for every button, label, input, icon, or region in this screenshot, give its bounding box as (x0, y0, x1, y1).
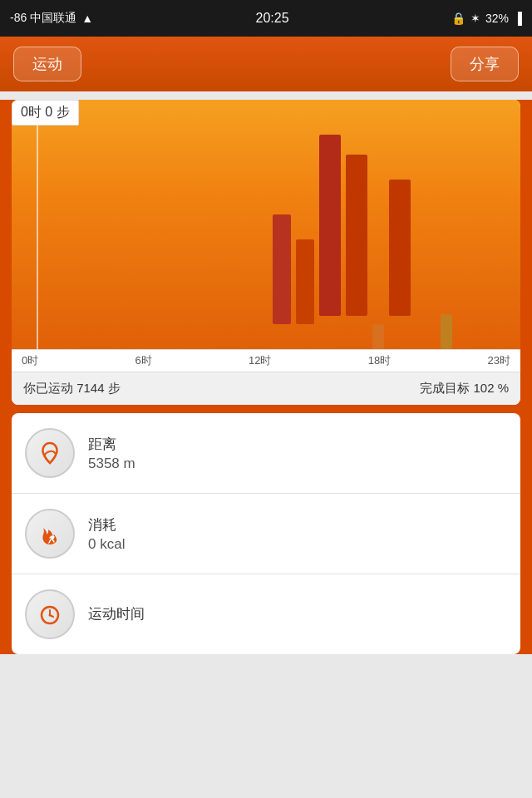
chart-svg (12, 100, 520, 349)
svg-rect-2 (319, 135, 341, 316)
battery-icon: ▐ (514, 12, 522, 25)
distance-label: 距离 (88, 435, 135, 454)
distance-icon (25, 428, 75, 478)
y-axis-line (37, 100, 38, 349)
lock-icon: 🔒 (451, 12, 466, 25)
goal-completion: 完成目标 102 % (420, 381, 509, 397)
chart-card: 0时 0 步 (12, 100, 520, 405)
distance-text: 距离 5358 m (88, 435, 135, 472)
svg-rect-6 (441, 314, 452, 349)
calorie-icon (25, 509, 75, 559)
sport-button[interactable]: 运动 (13, 47, 81, 81)
wifi-icon: ▲ (81, 12, 93, 25)
distance-item: 距离 5358 m (12, 413, 520, 494)
battery-text: 32% (485, 12, 509, 25)
distance-value: 5358 m (88, 456, 135, 472)
xaxis-label-0: 0时 (22, 353, 38, 368)
time-item: 运动时间 (12, 574, 520, 654)
info-cards: 距离 5358 m 消耗 0 kcal (12, 413, 520, 654)
time-label: 运动时间 (88, 604, 145, 623)
xaxis-label-23: 23时 (488, 353, 510, 368)
status-time: 20:25 (255, 11, 288, 26)
main-content: 0时 0 步 (0, 100, 532, 654)
chart-area: 0时 0 步 (12, 100, 520, 349)
status-right: 🔒 ✶ 32% ▐ (451, 12, 522, 25)
time-svg (37, 601, 63, 628)
calorie-label: 消耗 (88, 515, 125, 534)
xaxis-label-12: 12时 (249, 353, 271, 368)
calorie-svg (36, 520, 64, 548)
steps-taken: 你已运动 7144 步 (23, 381, 121, 397)
status-bar: -86 中国联通 ▲ 20:25 🔒 ✶ 32% ▐ (0, 0, 532, 37)
svg-rect-0 (273, 214, 291, 324)
svg-point-12 (49, 614, 52, 617)
xaxis-label-6: 6时 (135, 353, 152, 368)
svg-rect-5 (389, 180, 411, 316)
share-button[interactable]: 分享 (451, 47, 519, 81)
time-text: 运动时间 (88, 604, 145, 625)
xaxis-label-18: 18时 (368, 353, 391, 368)
chart-xaxis: 0时 6时 12时 18时 23时 (12, 349, 520, 372)
svg-rect-3 (346, 155, 367, 316)
distance-svg (37, 440, 63, 466)
calorie-text: 消耗 0 kcal (88, 515, 125, 553)
chart-tooltip: 0时 0 步 (12, 100, 79, 126)
svg-rect-4 (372, 324, 384, 349)
status-left: -86 中国联通 ▲ (10, 11, 93, 26)
time-icon (25, 589, 75, 639)
signal-text: -86 中国联通 (10, 11, 76, 26)
stats-row: 你已运动 7144 步 完成目标 102 % (12, 372, 520, 405)
calorie-item: 消耗 0 kcal (12, 494, 520, 574)
bluetooth-icon: ✶ (470, 12, 480, 25)
nav-bar: 运动 分享 (0, 37, 532, 91)
calorie-value: 0 kcal (88, 536, 125, 553)
svg-rect-1 (296, 239, 314, 324)
